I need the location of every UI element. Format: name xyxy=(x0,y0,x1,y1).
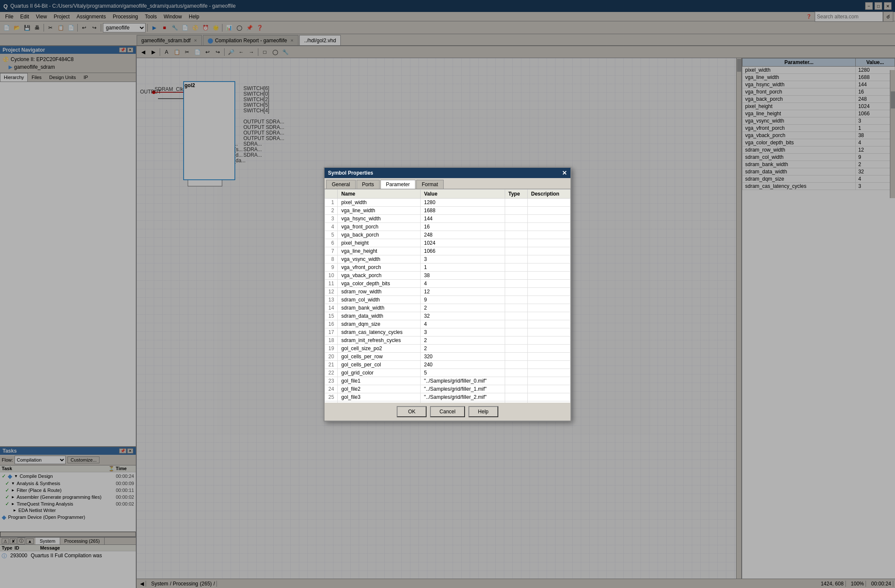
param-table-row[interactable]: 17 sdram_cas_latency_cycles 3 xyxy=(325,328,570,336)
dialog-body: Name Value Type Description 1 pixel_widt… xyxy=(325,189,570,403)
param-table-row[interactable]: 24 gol_file2 "../Samples/grid/filler_1.m… xyxy=(325,385,570,393)
row-value: 5 xyxy=(421,369,505,377)
param-table-row[interactable]: 12 sdram_row_width 12 xyxy=(325,287,570,295)
row-desc xyxy=(527,239,570,247)
dialog-tab-ports[interactable]: Ports xyxy=(357,180,380,189)
dialog-tab-format[interactable]: Format xyxy=(416,180,444,189)
row-type xyxy=(505,377,527,385)
param-table-row[interactable]: 6 pixel_height 1024 xyxy=(325,239,570,247)
row-name: vga_vback_porch xyxy=(338,271,421,279)
dialog-tab-parameter[interactable]: Parameter xyxy=(380,180,415,189)
row-type xyxy=(505,328,527,336)
row-name: vga_back_porch xyxy=(338,231,421,239)
param-table-row[interactable]: 10 vga_vback_porch 38 xyxy=(325,271,570,279)
row-type xyxy=(505,287,527,295)
row-num: 25 xyxy=(325,393,338,401)
row-name: vga_vsync_width xyxy=(338,255,421,263)
param-table-row[interactable]: 21 gol_cells_per_col 240 xyxy=(325,360,570,369)
param-table-scroll[interactable]: Name Value Type Description 1 pixel_widt… xyxy=(325,189,570,403)
param-table-row[interactable]: 22 gol_grid_color 5 xyxy=(325,369,570,377)
row-num: 1 xyxy=(325,198,338,206)
row-num: 22 xyxy=(325,369,338,377)
dialog-tab-general[interactable]: General xyxy=(326,180,356,189)
row-type xyxy=(505,312,527,320)
param-table-row[interactable]: 11 vga_color_depth_bits 4 xyxy=(325,279,570,287)
row-num: 20 xyxy=(325,352,338,360)
row-type xyxy=(505,239,527,247)
ok-button[interactable]: OK xyxy=(397,406,427,417)
row-type xyxy=(505,295,527,304)
row-desc xyxy=(527,360,570,369)
param-table-row[interactable]: 15 sdram_data_width 32 xyxy=(325,312,570,320)
row-desc xyxy=(527,369,570,377)
modal-overlay[interactable]: Symbol Properties ✕ General Ports Parame… xyxy=(0,0,895,588)
row-value: 1 xyxy=(421,263,505,271)
row-name: vga_hsync_width xyxy=(338,214,421,222)
row-type xyxy=(505,360,527,369)
row-value: 1066 xyxy=(421,247,505,255)
row-value: 4 xyxy=(421,279,505,287)
row-value: 38 xyxy=(421,271,505,279)
param-table-row[interactable]: 2 vga_line_width 1688 xyxy=(325,206,570,214)
row-num: 14 xyxy=(325,304,338,312)
row-type xyxy=(505,222,527,231)
row-desc xyxy=(527,304,570,312)
col-name: Name xyxy=(338,189,421,198)
row-num: 11 xyxy=(325,279,338,287)
row-desc xyxy=(527,352,570,360)
row-name: sdram_init_refresh_cycles xyxy=(338,336,421,344)
col-type: Type xyxy=(505,189,527,198)
row-name: vga_vfront_porch xyxy=(338,263,421,271)
col-value: Value xyxy=(421,189,505,198)
param-table-row[interactable]: 1 pixel_width 1280 xyxy=(325,198,570,206)
row-type xyxy=(505,393,527,401)
param-table-row[interactable]: 9 vga_vfront_porch 1 xyxy=(325,263,570,271)
row-num: 21 xyxy=(325,360,338,369)
row-num: 17 xyxy=(325,328,338,336)
row-value: 3 xyxy=(421,255,505,263)
param-table-row[interactable]: 19 gol_cell_size_po2 2 xyxy=(325,344,570,352)
param-table-row[interactable]: 13 sdram_col_width 9 xyxy=(325,295,570,304)
param-table-row[interactable]: 8 vga_vsync_width 3 xyxy=(325,255,570,263)
row-name: sdram_row_width xyxy=(338,287,421,295)
row-name: gol_cells_per_row xyxy=(338,352,421,360)
row-num: 24 xyxy=(325,385,338,393)
row-value: 2 xyxy=(421,336,505,344)
dialog-close-button[interactable]: ✕ xyxy=(562,170,567,176)
row-num: 16 xyxy=(325,320,338,328)
row-name: sdram_bank_width xyxy=(338,304,421,312)
row-num: 23 xyxy=(325,377,338,385)
row-type xyxy=(505,352,527,360)
row-name: sdram_dqm_size xyxy=(338,320,421,328)
row-type xyxy=(505,385,527,393)
row-name: pixel_width xyxy=(338,198,421,206)
param-table-row[interactable]: 5 vga_back_porch 248 xyxy=(325,231,570,239)
cancel-button[interactable]: Cancel xyxy=(430,406,465,417)
param-table-row[interactable]: 4 vga_front_porch 16 xyxy=(325,222,570,231)
param-table-row[interactable]: 16 sdram_dqm_size 4 xyxy=(325,320,570,328)
row-value: "../Samples/grid/filler_1.mif" xyxy=(421,385,505,393)
row-num: 3 xyxy=(325,214,338,222)
row-value: 144 xyxy=(421,214,505,222)
row-type xyxy=(505,231,527,239)
param-table-row[interactable]: 18 sdram_init_refresh_cycles 2 xyxy=(325,336,570,344)
row-type xyxy=(505,263,527,271)
row-desc xyxy=(527,287,570,295)
param-table-row[interactable]: 3 vga_hsync_width 144 xyxy=(325,214,570,222)
row-value: 2 xyxy=(421,304,505,312)
param-table-row[interactable]: 25 gol_file3 "../Samples/grid/filler_2.m… xyxy=(325,393,570,401)
help-dialog-button[interactable]: Help xyxy=(468,406,498,417)
row-value: 12 xyxy=(421,287,505,295)
param-table-row[interactable]: 7 vga_line_height 1066 xyxy=(325,247,570,255)
dialog-tabs: General Ports Parameter Format xyxy=(325,178,570,189)
row-value: 248 xyxy=(421,231,505,239)
row-num: 6 xyxy=(325,239,338,247)
row-desc xyxy=(527,312,570,320)
row-desc xyxy=(527,344,570,352)
row-value: 16 xyxy=(421,222,505,231)
param-table-row[interactable]: 20 gol_cells_per_row 320 xyxy=(325,352,570,360)
row-name: gol_cell_size_po2 xyxy=(338,344,421,352)
param-table-row[interactable]: 14 sdram_bank_width 2 xyxy=(325,304,570,312)
param-table-row[interactable]: 23 gol_file1 "../Samples/grid/filler_0.m… xyxy=(325,377,570,385)
row-value: 1280 xyxy=(421,198,505,206)
